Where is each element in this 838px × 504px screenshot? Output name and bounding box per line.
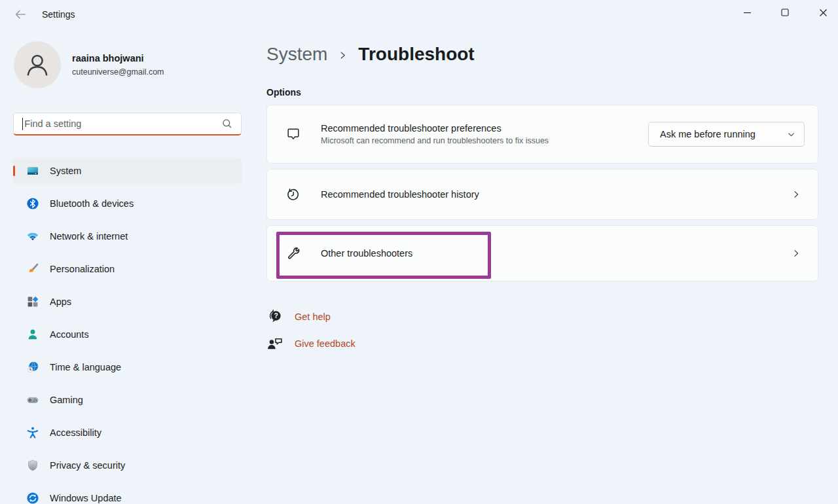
search-box[interactable] [13,113,242,135]
give-feedback-icon [266,335,283,352]
breadcrumb-parent[interactable]: System [266,44,327,65]
settings-cards: Recommended troubleshooter preferences M… [266,105,818,287]
dropdown-value: Ask me before running [660,129,756,139]
breadcrumb: System Troubleshoot [266,44,475,65]
troubleshooter-preference-dropdown[interactable]: Ask me before running [648,122,805,147]
close-button[interactable] [808,0,838,25]
give-feedback-label: Give feedback [295,338,355,349]
search-icon [221,118,233,130]
give-feedback-link[interactable]: Give feedback [266,333,355,355]
get-help-link[interactable]: ? Get help [266,306,355,328]
back-button[interactable] [10,5,30,24]
sidebar-item-windows-update[interactable]: Windows Update [13,485,242,504]
accounts-icon [26,328,39,341]
sidebar-item-label: Accounts [50,329,89,340]
sidebar-item-bluetooth-devices[interactable]: Bluetooth & devices [13,190,242,217]
card-other-troubleshooters[interactable]: Other troubleshooters [266,225,818,281]
brush-icon [26,262,39,276]
breadcrumb-chevron-icon [338,51,347,60]
sidebar-item-label: Privacy & security [50,460,125,471]
minimize-icon [742,8,752,18]
sidebar-item-label: System [50,166,81,176]
sidebar-item-time-language[interactable]: Time & language [13,354,242,380]
window-title: Settings [42,9,75,20]
person-icon [22,50,52,80]
profile-email: cuteuniverse@gmail.com [72,67,164,77]
get-help-label: Get help [295,312,331,322]
windows-update-icon [26,492,39,504]
history-icon [285,187,301,202]
accessibility-icon [26,426,39,439]
sidebar-item-label: Apps [50,297,71,307]
globe-clock-icon [26,361,39,374]
sidebar-nav: System Bluetooth & devices Network & int… [13,158,242,504]
card-title: Recommended troubleshooter history [321,189,479,200]
titlebar: Settings [0,0,838,29]
close-icon [818,8,828,18]
card-recommended-troubleshooter-history[interactable]: Recommended troubleshooter history [266,169,818,220]
sidebar-item-label: Bluetooth & devices [50,198,134,209]
card-title: Recommended troubleshooter preferences [321,123,549,134]
gamepad-icon [26,393,39,406]
sidebar-item-personalization[interactable]: Personalization [13,256,242,282]
wifi-icon [26,230,39,243]
system-icon [26,164,39,177]
sidebar-item-accessibility[interactable]: Accessibility [13,420,242,446]
options-heading: Options [266,87,301,98]
avatar[interactable] [14,41,61,88]
sidebar-item-gaming[interactable]: Gaming [13,387,242,413]
get-help-icon: ? [266,308,283,325]
sidebar-item-label: Time & language [50,362,121,372]
wrench-icon [285,245,301,261]
main-content: System Troubleshoot Options Recommended … [266,29,818,504]
maximize-button[interactable] [770,0,800,25]
sidebar-item-label: Accessibility [50,427,101,438]
svg-text:?: ? [274,312,278,319]
card-recommended-troubleshooter-preferences: Recommended troubleshooter preferences M… [266,105,818,164]
sidebar-item-accounts[interactable]: Accounts [13,321,242,348]
card-title: Other troubleshooters [321,248,412,259]
back-arrow-icon [13,7,27,22]
sidebar-item-apps[interactable]: Apps [13,289,242,315]
chevron-down-icon [787,130,795,139]
bluetooth-icon [26,197,39,210]
search-input[interactable] [23,118,221,129]
profile-name: raaina bhojwani [72,53,144,63]
shield-icon [26,459,39,472]
sidebar: raaina bhojwani cuteuniverse@gmail.com S… [0,29,255,504]
page-title: Troubleshoot [358,44,474,65]
maximize-icon [780,8,790,17]
chevron-right-icon [791,248,801,259]
chevron-right-icon [791,189,801,200]
sidebar-item-label: Network & internet [50,231,128,242]
apps-icon [26,295,39,308]
sidebar-item-privacy-security[interactable]: Privacy & security [13,452,242,478]
sidebar-item-label: Windows Update [50,493,122,503]
sidebar-item-label: Personalization [50,264,115,274]
card-subtitle: Microsoft can recommend and run troubles… [321,136,549,145]
minimize-button[interactable] [732,0,762,25]
help-links: ? Get help Give feedback [266,306,355,359]
sidebar-item-system[interactable]: System [13,158,242,184]
sidebar-item-label: Gaming [50,395,83,405]
sidebar-item-network-internet[interactable]: Network & internet [13,223,242,249]
message-bubble-icon [285,126,301,142]
